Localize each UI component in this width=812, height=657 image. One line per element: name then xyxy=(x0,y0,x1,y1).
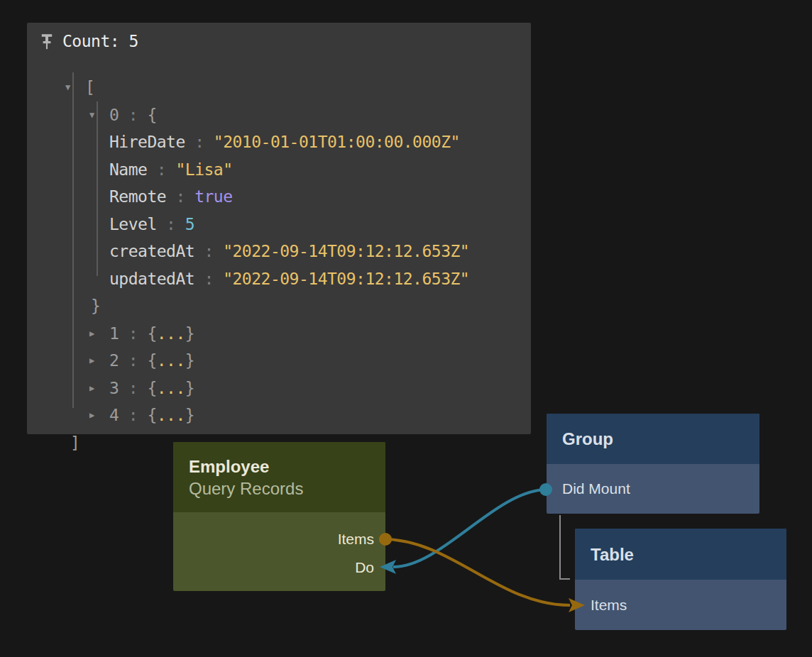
json-punct: { xyxy=(147,351,156,370)
node-subtitle: Query Records xyxy=(189,477,370,499)
inspector-titlebar: Count: 5 xyxy=(27,23,138,57)
node-group[interactable]: Group Did Mount xyxy=(547,414,759,514)
json-punct: { xyxy=(147,324,156,343)
json-colon: : xyxy=(194,270,223,288)
json-key: createdAt xyxy=(109,242,194,260)
node-table-body: Items xyxy=(575,580,786,619)
json-colon: : xyxy=(119,406,147,424)
json-colon: : xyxy=(166,187,194,206)
json-string: "2010-01-01T01:00:00.000Z" xyxy=(214,133,460,151)
collapse-arrow-icon[interactable]: ▼ xyxy=(65,82,85,92)
json-string: "Lisa" xyxy=(175,160,232,179)
tree-row[interactable]: ▶2 : {...} xyxy=(27,347,531,375)
port-label: Did Mount xyxy=(562,480,630,497)
tree-row: createdAt : "2022-09-14T09:12:12.653Z" xyxy=(27,238,531,265)
json-colon: : xyxy=(119,351,147,370)
json-punct: { xyxy=(147,406,156,424)
port-row-did-mount[interactable]: Did Mount xyxy=(547,475,759,503)
port-row-items[interactable]: Items xyxy=(575,591,786,619)
node-title: Employee xyxy=(189,456,370,477)
expand-arrow-icon[interactable]: ▶ xyxy=(89,410,109,420)
json-punct: } xyxy=(185,406,194,424)
json-punct: } xyxy=(91,297,100,315)
collapse-arrow-icon[interactable]: ▼ xyxy=(89,110,109,120)
json-punct: 2 xyxy=(109,351,119,370)
node-table[interactable]: Table Items xyxy=(575,529,786,630)
node-employee[interactable]: Employee Query Records Items Do xyxy=(173,442,385,591)
json-punct: 3 xyxy=(109,379,119,397)
tree-row: } xyxy=(27,292,531,320)
json-bool: true xyxy=(194,187,232,206)
json-punct: 0 xyxy=(109,106,119,124)
wire-items-to-items[interactable] xyxy=(385,539,570,605)
tree-row: updatedAt : "2022-09-14T09:12:12.653Z" xyxy=(27,265,531,293)
json-key: Level xyxy=(109,215,157,233)
json-string: ... xyxy=(157,324,185,343)
pushpin-icon[interactable] xyxy=(38,33,55,50)
json-string: "2022-09-14T09:12:12.653Z" xyxy=(223,270,469,288)
json-colon: : xyxy=(157,215,185,233)
node-group-body: Did Mount xyxy=(547,464,759,503)
json-punct: } xyxy=(185,324,194,343)
json-punct: ] xyxy=(70,434,79,452)
port-label: Items xyxy=(338,531,374,548)
json-colon: : xyxy=(185,133,214,151)
json-string: ... xyxy=(157,379,185,397)
json-colon: : xyxy=(147,160,175,179)
tree-row: HireDate : "2010-01-01T01:00:00.000Z" xyxy=(27,128,531,156)
json-punct: } xyxy=(185,351,194,370)
node-employee-header[interactable]: Employee Query Records xyxy=(173,442,385,512)
tree-row: Remote : true xyxy=(27,183,531,211)
json-tree: ▼[▼0 : {HireDate : "2010-01-01T01:00:00.… xyxy=(27,74,531,456)
tree-row: Name : "Lisa" xyxy=(27,156,531,184)
json-key: HireDate xyxy=(109,133,185,151)
json-colon: : xyxy=(119,379,147,397)
json-key: Name xyxy=(109,160,147,179)
json-punct: { xyxy=(147,379,156,397)
node-title: Table xyxy=(591,543,771,565)
tree-row[interactable]: ▶4 : {...} xyxy=(27,402,531,429)
port-row-items[interactable]: Items xyxy=(173,525,385,553)
node-employee-body: Items Do xyxy=(173,512,385,582)
json-string: ... xyxy=(157,406,185,424)
port-row-do[interactable]: Do xyxy=(173,553,385,582)
port-label: Items xyxy=(591,597,627,614)
json-inspector-panel: Count: 5 ▼[▼0 : {HireDate : "2010-01-01T… xyxy=(27,23,531,434)
tree-row: Level : 5 xyxy=(27,211,531,238)
json-colon: : xyxy=(119,324,147,343)
expand-arrow-icon[interactable]: ▶ xyxy=(89,355,109,365)
json-number: 5 xyxy=(185,215,194,233)
json-punct: } xyxy=(185,379,194,397)
json-string: ... xyxy=(157,351,185,370)
expand-arrow-icon[interactable]: ▶ xyxy=(89,383,109,393)
json-colon: : xyxy=(119,106,147,124)
json-colon: : xyxy=(194,242,223,260)
json-punct: 4 xyxy=(109,406,119,424)
json-punct: 1 xyxy=(109,324,119,343)
node-group-header[interactable]: Group xyxy=(547,414,759,464)
json-key: Remote xyxy=(109,187,166,206)
node-title: Group xyxy=(562,428,744,450)
expand-arrow-icon[interactable]: ▶ xyxy=(89,328,109,338)
tree-row[interactable]: ▼0 : { xyxy=(27,101,531,129)
inspector-title: Count: 5 xyxy=(62,32,138,50)
node-table-header[interactable]: Table xyxy=(575,529,786,580)
json-punct: { xyxy=(147,106,156,124)
tree-row[interactable]: ▼[ xyxy=(27,74,531,101)
json-string: "2022-09-14T09:12:12.653Z" xyxy=(223,242,469,260)
hierarchy-connector-line xyxy=(560,515,570,579)
tree-row[interactable]: ▶1 : {...} xyxy=(27,320,531,348)
json-key: updatedAt xyxy=(109,270,194,288)
port-label: Do xyxy=(355,559,374,576)
wire-did-mount-to-do[interactable] xyxy=(393,490,546,567)
json-punct: [ xyxy=(85,78,94,96)
tree-row[interactable]: ▶3 : {...} xyxy=(27,375,531,402)
